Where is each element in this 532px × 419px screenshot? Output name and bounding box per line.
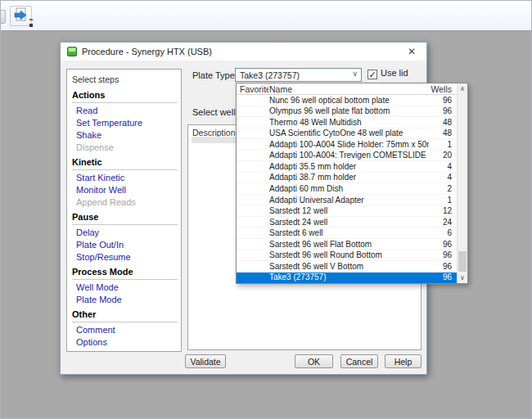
- checkbox-icon[interactable]: ✓: [367, 70, 377, 79]
- sidebar-section-header-actions: Actions: [72, 90, 178, 103]
- plate-type-value: Take3 (273757): [240, 70, 300, 80]
- plate-option-addapti-100-a004-slide-holder-75mm-x-50mm-slide[interactable]: Addapti 100-A004 Slide Holder: 75mm x 50…: [237, 139, 457, 151]
- partial-toolbar-icon[interactable]: [0, 10, 6, 24]
- toolbar-dropdown-marker-icon[interactable]: [29, 24, 33, 27]
- plate-name-cell: Addapti 35.5 mm holder: [269, 162, 429, 171]
- plate-name-cell: Addapti 38.7 mm holder: [269, 173, 429, 182]
- toolbar: [1, 1, 531, 31]
- wells-cell: 20: [429, 151, 457, 160]
- name-column-header[interactable]: Name: [269, 84, 429, 94]
- procedure-dialog: Procedure - Synergy HTX (USB) ✕ Select s…: [60, 42, 427, 375]
- cancel-button[interactable]: Cancel: [340, 354, 378, 368]
- plate-name-cell: Addapti 100-A004 Slide Holder: 75mm x 50…: [269, 140, 429, 149]
- sidebar-item-read[interactable]: Read: [67, 103, 181, 115]
- wells-cell: 1: [429, 196, 457, 205]
- plate-name-cell: Sarstedt 96 well Flat Bottom: [269, 240, 429, 249]
- sidebar-section-header-other: Other: [72, 309, 178, 322]
- use-lid-label: Use lid: [381, 68, 408, 78]
- validate-button[interactable]: Validate: [185, 354, 226, 368]
- plate-name-cell: Olympus 96 well plate flat bottom: [269, 106, 429, 115]
- plate-option-usa-scientific-cytoone-48-well-plate[interactable]: USA Scientific CytoOne 48 well plate48: [237, 128, 457, 140]
- plate-name-cell: Sarstedt 24 well: [269, 218, 429, 227]
- select-steps-panel: Select steps ActionsReadSet TemperatureS…: [66, 69, 182, 352]
- plate-option-nunc-96-well-optical-bottom-plate[interactable]: Nunc 96 well optical bottom plate96: [237, 95, 457, 106]
- ok-button[interactable]: OK: [295, 354, 333, 368]
- plate-name-cell: Addapti 60 mm Dish: [269, 184, 429, 193]
- dialog-title: Procedure - Synergy HTX (USB): [82, 47, 212, 56]
- plate-name-cell: Addapti 100-A004: Trevigen COMETSLIDE HT…: [269, 151, 429, 160]
- plate-type-dropdown-list: Favorite Name Wells Nunc 96 well optical…: [236, 83, 468, 284]
- wells-cell: 96: [429, 240, 457, 249]
- wells-column-header[interactable]: Wells: [429, 84, 457, 94]
- wells-cell: 96: [429, 262, 457, 271]
- chevron-down-icon: ∨: [352, 70, 358, 78]
- wells-cell: 96: [429, 273, 457, 282]
- sidebar-item-well-mode[interactable]: Well Mode: [67, 280, 181, 292]
- sidebar-section-header-kinetic: Kinetic: [72, 157, 178, 170]
- plate-option-sarstedt-96-well-round-bottom[interactable]: Sarstedt 96 well Round Bottom96: [237, 250, 457, 261]
- plate-option-sarstedt-12-well[interactable]: Sarstedt 12 well12: [237, 205, 457, 217]
- sidebar-item-append-reads: Append Reads: [67, 195, 181, 207]
- sidebar-item-plate-out-in[interactable]: Plate Out/In: [67, 237, 181, 250]
- plate-option-sarstedt-96-well-v-bottom[interactable]: Sarstedt 96 well V Bottom96: [237, 261, 457, 273]
- sidebar-item-shake[interactable]: Shake: [67, 128, 181, 140]
- sidebar-item-delay[interactable]: Delay: [67, 225, 181, 237]
- wells-cell: 48: [429, 118, 457, 127]
- plate-name-cell: Sarstedt 96 well Round Bottom: [269, 250, 429, 259]
- plate-option-take3-273757[interactable]: Take3 (273757)96: [237, 273, 457, 284]
- plate-option-thermo-48-well-multidish[interactable]: Thermo 48 Well Multidish48: [237, 117, 457, 128]
- favorite-column-header[interactable]: Favorite: [237, 83, 269, 94]
- plate-option-olympus-96-well-plate-flat-bottom[interactable]: Olympus 96 well plate flat bottom96: [237, 106, 457, 118]
- sidebar-item-options[interactable]: Options: [67, 335, 181, 347]
- plate-name-cell: Sarstedt 12 well: [269, 206, 429, 215]
- plate-type-combobox[interactable]: Take3 (273757) ∨: [235, 68, 362, 82]
- scrollbar-thumb[interactable]: [458, 251, 467, 272]
- plate-option-addapti-100-a004-trevigen-cometslide-ht-20-well[interactable]: Addapti 100-A004: Trevigen COMETSLIDE HT…: [237, 151, 457, 162]
- plate-option-addapti-universal-adapter[interactable]: Addapti Universal Adapter1: [237, 195, 457, 206]
- plate-option-sarstedt-24-well[interactable]: Sarstedt 24 well24: [237, 217, 457, 228]
- wells-cell: 96: [429, 96, 457, 105]
- sidebar-item-comment[interactable]: Comment: [67, 322, 181, 335]
- wells-cell: 96: [429, 250, 457, 259]
- wells-cell: 1: [429, 140, 457, 149]
- wells-cell: 2: [429, 184, 457, 193]
- plate-name-cell: USA Scientific CytoOne 48 well plate: [269, 128, 429, 137]
- wells-cell: 96: [429, 106, 457, 115]
- help-button[interactable]: Help: [385, 354, 422, 368]
- plate-option-addapti-38-7-mm-holder[interactable]: Addapti 38.7 mm holder4: [237, 173, 457, 184]
- wells-cell: 4: [429, 162, 457, 171]
- sidebar-item-plate-mode[interactable]: Plate Mode: [67, 292, 181, 304]
- plate-option-sarstedt-96-well-flat-bottom[interactable]: Sarstedt 96 well Flat Bottom96: [237, 239, 457, 250]
- sidebar-item-dispense: Dispense: [67, 140, 181, 152]
- plate-option-sarstedt-6-well[interactable]: Sarstedt 6 well6: [237, 228, 457, 239]
- document-arrow-icon-button[interactable]: [10, 6, 32, 26]
- use-lid-checkbox[interactable]: ✓Use lid: [367, 68, 408, 79]
- sidebar-item-start-kinetic[interactable]: Start Kinetic: [67, 170, 181, 182]
- plate-name-cell: Nunc 96 well optical bottom plate: [269, 96, 429, 105]
- plate-name-cell: Sarstedt 6 well: [269, 228, 429, 237]
- close-icon[interactable]: ✕: [404, 45, 419, 58]
- plate-name-cell: Sarstedt 96 well V Bottom: [269, 262, 429, 271]
- sidebar-item-set-temperature[interactable]: Set Temperature: [67, 115, 181, 128]
- scroll-down-icon[interactable]: ∨: [458, 273, 467, 283]
- sidebar-item-monitor-well[interactable]: Monitor Well: [67, 182, 181, 195]
- plate-name-cell: Addapti Universal Adapter: [269, 196, 429, 205]
- plate-name-cell: Take3 (273757): [269, 273, 429, 282]
- scroll-up-icon[interactable]: ∧: [458, 83, 467, 94]
- document-arrow-icon: [13, 7, 29, 23]
- sidebar-sections: ActionsReadSet TemperatureShakeDispenseK…: [67, 90, 181, 347]
- sidebar-section-header-pause: Pause: [72, 212, 178, 225]
- dialog-titlebar: Procedure - Synergy HTX (USB) ✕: [61, 43, 426, 61]
- plate-type-label: Plate Type:: [192, 70, 237, 80]
- sidebar-item-stop-resume[interactable]: Stop/Resume: [67, 250, 181, 262]
- wells-cell: 4: [429, 173, 457, 182]
- select-steps-label: Select steps: [67, 70, 181, 85]
- application-window: Procedure - Synergy HTX (USB) ✕ Select s…: [0, 0, 532, 419]
- sidebar-section-header-process-mode: Process Mode: [72, 267, 178, 280]
- procedure-icon: [67, 47, 77, 56]
- scrollbar[interactable]: ∧ ∨: [457, 83, 467, 283]
- plate-option-addapti-35-5-mm-holder[interactable]: Addapti 35.5 mm holder4: [237, 161, 457, 173]
- plate-option-addapti-60-mm-dish[interactable]: Addapti 60 mm Dish2: [237, 183, 457, 195]
- dropdown-header-row: Favorite Name Wells: [237, 83, 457, 95]
- wells-cell: 12: [429, 206, 457, 215]
